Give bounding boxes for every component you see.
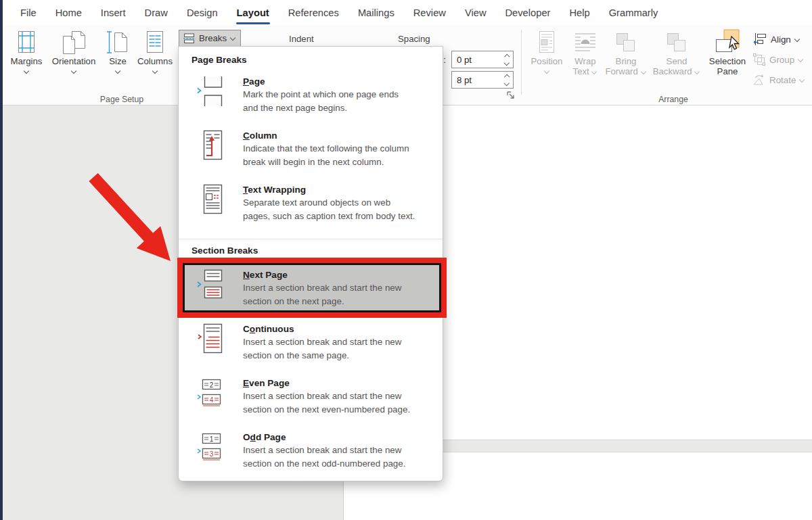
menu-item-title: Page: [243, 76, 434, 87]
menu-item-next-page-break[interactable]: Next Page Insert a section break and sta…: [179, 267, 443, 318]
columns-icon: [145, 29, 165, 56]
menu-item-title: Odd Page: [243, 432, 434, 442]
chevron-down-icon: [641, 70, 647, 74]
chevron-down-icon: [591, 70, 597, 74]
page-break-icon: [196, 75, 225, 110]
menu-item-continuous-break[interactable]: Continuous Insert a section break and st…: [179, 321, 443, 373]
columns-button[interactable]: Columns: [134, 29, 176, 91]
menu-item-column-break[interactable]: Column Indicate that the text following …: [179, 128, 443, 179]
annotation-arrow: [68, 162, 189, 270]
tab-file[interactable]: File: [11, 0, 46, 26]
breaks-button[interactable]: Breaks: [179, 30, 241, 47]
tab-design[interactable]: Design: [177, 0, 227, 26]
menu-item-text-wrapping-break[interactable]: Text Wrapping Separate text around objec…: [179, 182, 443, 233]
group-separator: [521, 30, 522, 95]
send-backward-button[interactable]: Send Backward: [648, 29, 705, 91]
tab-developer[interactable]: Developer: [496, 0, 560, 26]
arrange-group-label: Arrange: [626, 95, 721, 104]
svg-text:2: 2: [210, 381, 214, 389]
spinner-buttons[interactable]: [504, 75, 513, 85]
svg-text:1: 1: [210, 435, 214, 443]
bring-forward-icon: [614, 29, 637, 56]
group-icon: [752, 53, 766, 66]
spacing-section-label: Spacing: [398, 34, 430, 44]
chevron-down-icon: [24, 69, 30, 74]
spinner-down-icon[interactable]: [504, 61, 510, 65]
text-wrapping-break-icon: [196, 183, 225, 218]
tab-home[interactable]: Home: [46, 0, 91, 26]
size-button[interactable]: Size: [102, 29, 134, 91]
column-break-icon: [196, 129, 225, 164]
spacing-after-input[interactable]: 8 pt: [451, 71, 514, 89]
send-backward-icon: [665, 29, 688, 56]
menu-item-description: Insert a section break and start the new…: [243, 444, 434, 470]
menu-item-even-page-break[interactable]: 24 Even Page Insert a section break and …: [179, 375, 443, 427]
chevron-down-icon: [115, 69, 121, 74]
chevron-down-icon: [794, 37, 800, 42]
chevron-down-icon: [544, 69, 550, 74]
tab-references[interactable]: References: [279, 0, 348, 26]
chevron-down-icon: [230, 36, 236, 41]
menu-item-description: Mark the point at which one page ends an…: [243, 88, 434, 114]
menu-item-description: Separate text around objects on web page…: [243, 196, 434, 222]
selection-pane-button[interactable]: Selection Pane: [705, 29, 750, 91]
position-icon: [537, 29, 557, 56]
indent-section-label: Indent: [289, 34, 314, 44]
menu-item-title: Text Wrapping: [243, 185, 434, 195]
odd-page-break-icon: 13: [196, 431, 225, 466]
menu-item-description: Indicate that the text following the col…: [243, 142, 434, 168]
menu-item-title: Even Page: [243, 378, 434, 388]
menu-item-odd-page-break[interactable]: 13 Odd Page Insert a section break and s…: [179, 429, 443, 481]
spinner-up-icon[interactable]: [504, 55, 510, 59]
menu-item-description: Insert a section break and start the new…: [243, 389, 434, 416]
breaks-dropdown-menu: Page Breaks Page Mark the point at which…: [178, 46, 443, 481]
breaks-icon: [183, 33, 196, 44]
even-page-break-icon: 24: [196, 377, 225, 412]
next-page-break-icon: [196, 268, 225, 304]
spinner-up-icon[interactable]: [504, 75, 510, 79]
selection-pane-icon: [714, 29, 741, 56]
menu-item-description: Insert a section break and start the new…: [243, 335, 434, 362]
tab-draw[interactable]: Draw: [135, 0, 177, 26]
spacing-before-input[interactable]: 0 pt: [451, 51, 514, 68]
menu-item-description: Insert a section break and start the new…: [243, 281, 434, 308]
rotate-icon: [752, 74, 766, 86]
align-icon: [752, 32, 767, 47]
rotate-button[interactable]: Rotate: [752, 72, 805, 88]
continuous-break-icon: [196, 323, 225, 358]
orientation-icon: [60, 29, 87, 56]
chevron-down-icon: [694, 70, 700, 74]
group-button[interactable]: Group: [752, 51, 804, 68]
position-button[interactable]: Position: [527, 29, 566, 91]
paragraph-dialog-launcher[interactable]: [506, 91, 516, 103]
orientation-button[interactable]: Orientation: [47, 29, 100, 91]
svg-text:4: 4: [210, 396, 214, 404]
ribbon-tab-bar: File Home Insert Draw Design Layout Refe…: [3, 0, 812, 26]
margins-button[interactable]: Margins: [7, 29, 46, 91]
chevron-down-icon: [799, 78, 805, 82]
section-breaks-header: Section Breaks: [191, 245, 258, 256]
tab-grammarly[interactable]: Grammarly: [600, 0, 668, 26]
menu-item-title: Column: [243, 131, 434, 141]
tab-insert[interactable]: Insert: [91, 0, 135, 26]
tab-review[interactable]: Review: [404, 0, 455, 26]
word-window: File Home Insert Draw Design Layout Refe…: [0, 0, 812, 520]
align-button[interactable]: Align: [752, 31, 800, 47]
size-icon: [106, 29, 129, 56]
menu-item-page-break[interactable]: Page Mark the point at which one page en…: [179, 74, 443, 125]
margins-icon: [16, 29, 37, 56]
chevron-down-icon: [152, 69, 158, 74]
spinner-buttons[interactable]: [504, 55, 513, 65]
tab-help[interactable]: Help: [560, 0, 599, 26]
bring-forward-button[interactable]: Bring Forward: [604, 29, 648, 91]
spinner-down-icon[interactable]: [504, 81, 510, 85]
menu-separator: [179, 239, 443, 239]
wrap-text-button[interactable]: Wrap Text: [567, 29, 604, 91]
page-breaks-header: Page Breaks: [191, 55, 247, 65]
chevron-down-icon: [71, 69, 77, 74]
tab-mailings[interactable]: Mailings: [348, 0, 404, 26]
svg-text:3: 3: [210, 450, 214, 458]
tab-layout[interactable]: Layout: [227, 0, 279, 26]
page-setup-group-label: Page Setup: [68, 95, 176, 104]
tab-view[interactable]: View: [455, 0, 496, 26]
